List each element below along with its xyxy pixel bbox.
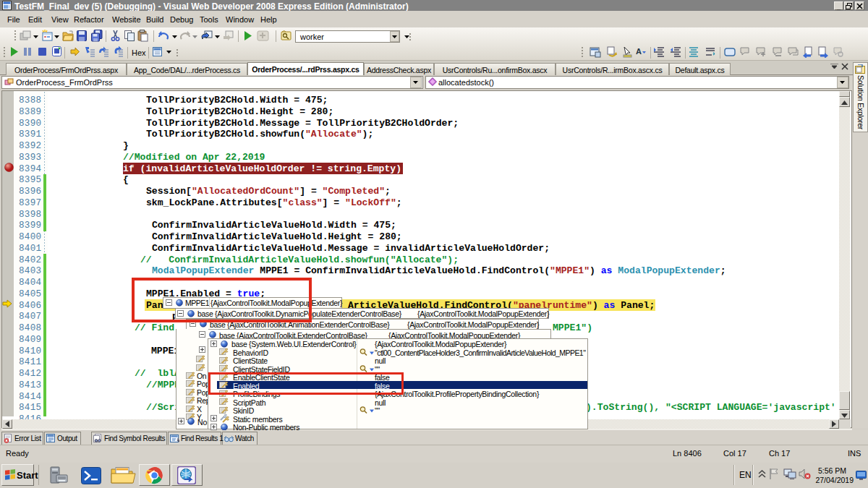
svg-text:A: A [636, 47, 642, 56]
